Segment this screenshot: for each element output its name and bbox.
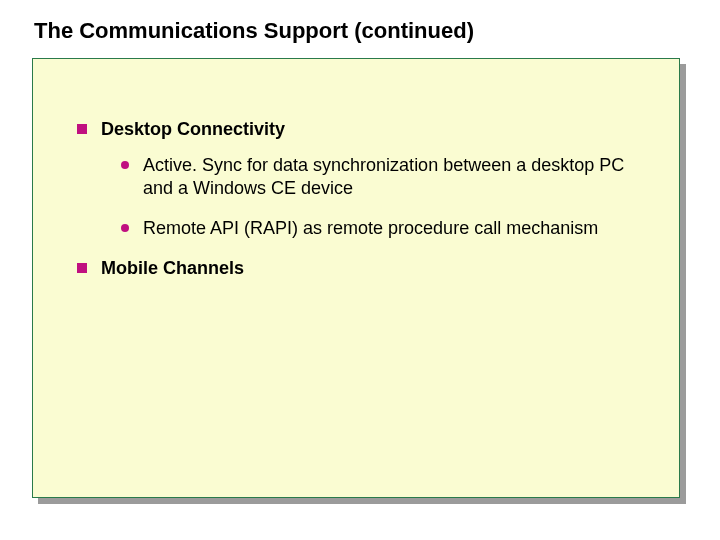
round-bullet-icon [121, 224, 129, 232]
section-heading: Desktop Connectivity [101, 119, 285, 140]
list-item: Desktop Connectivity [77, 119, 649, 140]
subitem-text: Active. Sync for data synchronization be… [143, 154, 649, 199]
list-item: Remote API (RAPI) as remote procedure ca… [121, 217, 649, 240]
slide-title: The Communications Support (continued) [34, 18, 692, 44]
content-area: Desktop Connectivity Active. Sync for da… [33, 59, 679, 313]
square-bullet-icon [77, 263, 87, 273]
sublist: Active. Sync for data synchronization be… [121, 154, 649, 240]
section-heading: Mobile Channels [101, 258, 244, 279]
list-item: Mobile Channels [77, 258, 649, 279]
square-bullet-icon [77, 124, 87, 134]
content-panel: Desktop Connectivity Active. Sync for da… [32, 58, 680, 498]
round-bullet-icon [121, 161, 129, 169]
subitem-text: Remote API (RAPI) as remote procedure ca… [143, 217, 598, 240]
list-item: Active. Sync for data synchronization be… [121, 154, 649, 199]
